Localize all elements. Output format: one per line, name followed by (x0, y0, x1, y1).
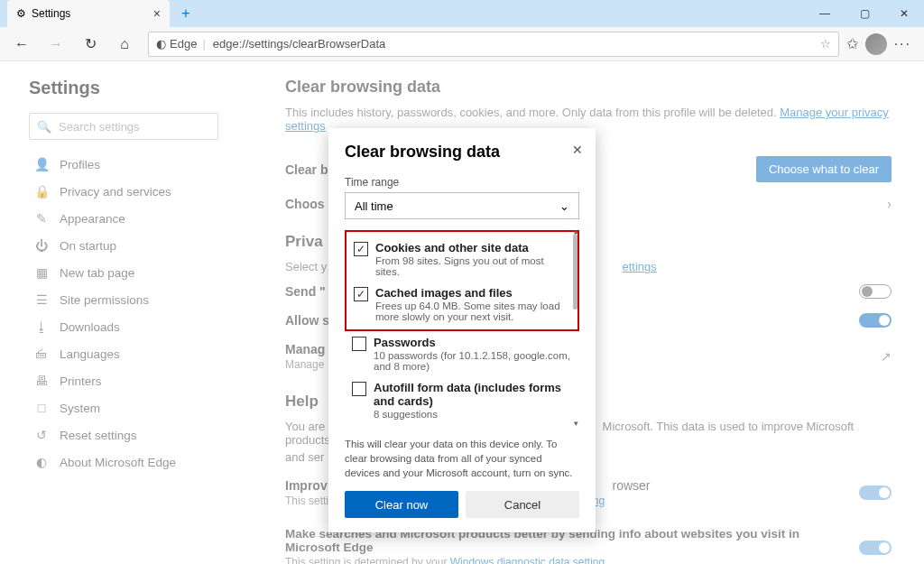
tab-title: Settings (32, 7, 70, 20)
gear-icon: ⚙ (16, 7, 26, 20)
edge-icon: ◐ (156, 37, 166, 51)
dialog-note: This will clear your data on this device… (345, 437, 579, 480)
favorite-icon[interactable]: ☆ (820, 37, 831, 51)
back-button[interactable]: ← (5, 30, 38, 59)
checkbox-unchecked-icon[interactable]: ✓ (352, 382, 366, 396)
autofill-checkbox-row[interactable]: ✓ Autofill form data (includes forms and… (345, 376, 579, 424)
new-tab-button[interactable]: + (173, 1, 199, 26)
highlighted-items: ✓ Cookies and other site data From 98 si… (345, 230, 579, 331)
scrollbar-thumb[interactable] (573, 234, 578, 310)
checkbox-unchecked-icon[interactable]: ✓ (352, 337, 366, 351)
time-range-label: Time range (345, 176, 579, 189)
time-range-dropdown[interactable]: All time ⌄ (345, 192, 579, 219)
scheme-label: ◐ Edge (156, 37, 197, 51)
dialog-title: Clear browsing data (345, 143, 579, 162)
maximize-button[interactable]: ▢ (845, 0, 884, 27)
close-tab-icon[interactable]: × (153, 6, 161, 21)
address-input[interactable]: ◐ Edge | edge://settings/clearBrowserDat… (148, 32, 839, 57)
clear-browsing-data-dialog: ✕ Clear browsing data Time range All tim… (328, 128, 596, 532)
chevron-down-icon: ⌄ (559, 199, 569, 213)
titlebar: ⚙ Settings × + — ▢ ✕ (0, 0, 924, 27)
forward-button[interactable]: → (40, 30, 72, 59)
favorites-icon[interactable]: ✩ (846, 35, 858, 52)
cookies-checkbox-row[interactable]: ✓ Cookies and other site data From 98 si… (352, 237, 572, 282)
profile-avatar[interactable] (865, 33, 887, 55)
cancel-button[interactable]: Cancel (466, 491, 579, 518)
refresh-button[interactable]: ↻ (74, 30, 106, 59)
url-text: edge://settings/clearBrowserData (213, 37, 385, 51)
checkbox-checked-icon[interactable]: ✓ (354, 287, 368, 301)
clear-now-button[interactable]: Clear now (345, 491, 458, 518)
scroll-up-icon[interactable]: ▴ (574, 227, 578, 236)
close-window-button[interactable]: ✕ (884, 0, 924, 27)
turn-on-sync-link[interactable]: turn on sync (513, 467, 570, 478)
passwords-checkbox-row[interactable]: ✓ Passwords 10 passwords (for 10.1.2.158… (345, 331, 579, 376)
scroll-down-icon[interactable]: ▾ (574, 419, 578, 428)
window-controls: — ▢ ✕ (805, 0, 924, 27)
minimize-button[interactable]: — (805, 0, 845, 27)
browser-tab[interactable]: ⚙ Settings × (7, 0, 170, 27)
address-bar: ← → ↻ ⌂ ◐ Edge | edge://settings/clearBr… (0, 27, 924, 61)
home-button[interactable]: ⌂ (108, 30, 141, 59)
menu-icon[interactable]: ··· (894, 36, 911, 52)
checkbox-checked-icon[interactable]: ✓ (354, 242, 368, 256)
dialog-close-button[interactable]: ✕ (572, 143, 583, 157)
cache-checkbox-row[interactable]: ✓ Cached images and files Frees up 64.0 … (352, 282, 572, 328)
